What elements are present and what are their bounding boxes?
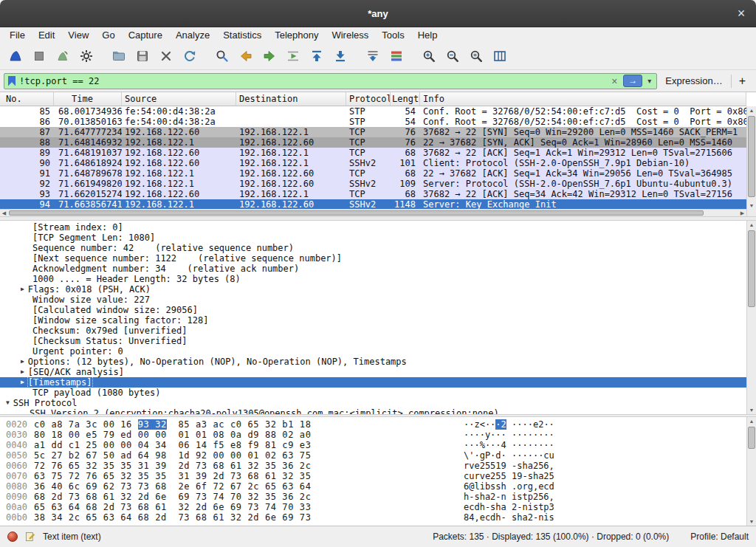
- hex-bytes[interactable]: 65 63 64 68 2d 73 68 61 32 2d 6e 69 73 7…: [34, 502, 312, 512]
- capture-options-button[interactable]: [75, 46, 97, 66]
- hex-row-0080[interactable]: 008036 40 6c 69 62 73 73 68 2e 6f 72 67 …: [0, 481, 746, 492]
- hex-bytes[interactable]: a1 dd c1 25 00 00 04 34 06 14 f5 e8 f9 8…: [34, 440, 312, 450]
- menu-analyze[interactable]: Analyze: [169, 27, 216, 43]
- scroll-up-icon[interactable]: [747, 221, 756, 229]
- scrollbar-thumb[interactable]: [748, 116, 755, 197]
- auto-scroll-button[interactable]: [362, 46, 383, 66]
- details-vscrollbar[interactable]: [746, 221, 756, 414]
- hex-row-0020[interactable]: 0020c0 a8 7a 3c 00 16 93 32 85 a3 ac c0 …: [0, 419, 746, 430]
- detail-row[interactable]: ▼SSH Protocol: [0, 398, 746, 408]
- bytes-vscrollbar[interactable]: [746, 417, 756, 526]
- capture-start-button[interactable]: [4, 46, 26, 66]
- hex-bytes[interactable]: 36 40 6c 69 62 73 73 68 2e 6f 72 67 2c 6…: [34, 481, 312, 492]
- menu-telephony[interactable]: Telephony: [268, 27, 325, 43]
- detail-row[interactable]: [Calculated window size: 29056]: [0, 305, 746, 315]
- menu-file[interactable]: File: [3, 27, 32, 43]
- detail-row[interactable]: [Window size scaling factor: 128]: [0, 315, 746, 326]
- detail-row[interactable]: Sequence number: 42 (relative sequence n…: [0, 243, 746, 253]
- go-to-packet-button[interactable]: [282, 46, 303, 66]
- column-header-info[interactable]: Info: [420, 92, 746, 106]
- hex-row-0070[interactable]: 007063 75 72 76 65 32 35 35 31 39 2d 73 …: [0, 471, 746, 481]
- scroll-up-icon[interactable]: [747, 106, 756, 114]
- find-packet-button[interactable]: [211, 46, 233, 66]
- hex-bytes[interactable]: 80 18 00 e5 79 ed 00 00 01 01 08 0a d9 8…: [34, 430, 312, 440]
- detail-row[interactable]: SSH Version 2 (encryption:chacha20-poly1…: [0, 408, 746, 414]
- scroll-down-icon[interactable]: [747, 517, 756, 526]
- capture-restart-button[interactable]: [52, 46, 73, 66]
- column-header-source[interactable]: Source: [122, 92, 236, 106]
- collapsed-arrow-icon[interactable]: ▶: [21, 284, 24, 295]
- reload-button[interactable]: [179, 46, 200, 66]
- packet-row-93[interactable]: 9371.662015274192.168.122.60192.168.122.…: [0, 189, 746, 199]
- hex-bytes[interactable]: c0 a8 7a 3c 00 16 93 32 85 a3 ac c0 65 3…: [34, 419, 312, 430]
- detail-row[interactable]: [TCP Segment Len: 1080]: [0, 233, 746, 243]
- go-back-button[interactable]: [235, 46, 256, 66]
- menu-edit[interactable]: Edit: [32, 27, 61, 43]
- scrollbar-thumb[interactable]: [748, 427, 755, 449]
- expression-button[interactable]: Expression…: [662, 75, 726, 86]
- filter-history-dropdown-icon[interactable]: ▾: [646, 77, 653, 85]
- packet-row-90[interactable]: 9071.648618924192.168.122.60192.168.122.…: [0, 158, 746, 168]
- titlebar[interactable]: *any ×: [0, 0, 756, 27]
- detail-row[interactable]: [Checksum Status: Unverified]: [0, 336, 746, 346]
- filter-apply-button[interactable]: →: [623, 75, 642, 87]
- hex-row-0030[interactable]: 003080 18 00 e5 79 ed 00 00 01 01 08 0a …: [0, 430, 746, 440]
- open-file-button[interactable]: [108, 46, 129, 66]
- detail-row[interactable]: [Next sequence number: 1122 (relative se…: [0, 253, 746, 264]
- hex-ascii[interactable]: ····y··· ········: [464, 430, 554, 440]
- collapsed-arrow-icon[interactable]: ▶: [21, 367, 24, 377]
- display-filter-field[interactable]: !tcp.port == 22 × → ▾: [4, 73, 657, 89]
- colorize-button[interactable]: [385, 46, 407, 66]
- packet-row-88[interactable]: 8871.648146932192.168.122.1192.168.122.6…: [0, 137, 746, 148]
- hex-row-0040[interactable]: 0040a1 dd c1 25 00 00 04 34 06 14 f5 e8 …: [0, 440, 746, 450]
- go-first-button[interactable]: [306, 46, 327, 66]
- zoom-out-button[interactable]: [441, 46, 463, 66]
- menu-wireless[interactable]: Wireless: [325, 27, 375, 43]
- packet-row-87[interactable]: 8771.647777234192.168.122.60192.168.122.…: [0, 127, 746, 137]
- hex-bytes[interactable]: 38 34 2c 65 63 64 68 2d 73 68 61 32 2d 6…: [34, 512, 312, 523]
- detail-row[interactable]: [Stream index: 0]: [0, 222, 746, 233]
- hex-bytes[interactable]: 5c 27 b2 67 50 ad 64 98 1d 92 00 00 01 0…: [34, 450, 312, 461]
- close-window-button[interactable]: ×: [732, 4, 750, 22]
- filter-input[interactable]: !tcp.port == 22: [19, 76, 605, 86]
- hex-ascii[interactable]: 6@libssh .org,ecd: [464, 481, 554, 492]
- detail-row[interactable]: 1000 .... = Header Length: 32 bytes (8): [0, 274, 746, 284]
- menu-view[interactable]: View: [61, 27, 95, 43]
- collapsed-arrow-icon[interactable]: ▶: [21, 357, 24, 367]
- expanded-arrow-icon[interactable]: ▼: [6, 398, 10, 408]
- hex-bytes[interactable]: 68 2d 73 68 61 32 2d 6e 69 73 74 70 32 3…: [34, 492, 312, 502]
- resize-columns-button[interactable]: [489, 46, 510, 66]
- hex-bytes[interactable]: 72 76 65 32 35 35 31 39 2d 73 68 61 32 3…: [34, 461, 312, 471]
- menu-statistics[interactable]: Statistics: [216, 27, 268, 43]
- hex-ascii[interactable]: ··z<···2 ····e2··: [464, 419, 554, 430]
- packet-list-vscrollbar[interactable]: [746, 106, 756, 210]
- hex-row-0090[interactable]: 009068 2d 73 68 61 32 2d 6e 69 73 74 70 …: [0, 492, 746, 502]
- hex-row-0050[interactable]: 00505c 27 b2 67 50 ad 64 98 1d 92 00 00 …: [0, 450, 746, 461]
- save-file-button[interactable]: [131, 46, 153, 66]
- menu-capture[interactable]: Capture: [122, 27, 169, 43]
- scroll-right-icon[interactable]: [738, 210, 746, 216]
- hex-ascii[interactable]: h-sha2-n istp256,: [464, 492, 554, 502]
- column-header-length[interactable]: Length: [391, 92, 420, 106]
- hex-row-00a0[interactable]: 00a065 63 64 68 2d 73 68 61 32 2d 6e 69 …: [0, 502, 746, 512]
- hex-ascii[interactable]: ecdh-sha 2-nistp3: [464, 502, 554, 512]
- filter-clear-icon[interactable]: ×: [609, 75, 619, 87]
- hex-bytes[interactable]: 63 75 72 76 65 32 35 35 31 39 2d 73 68 6…: [34, 471, 312, 481]
- close-file-button[interactable]: [155, 46, 176, 66]
- filter-bookmark-icon[interactable]: [8, 76, 16, 86]
- packet-row-89[interactable]: 8971.648191037192.168.122.60192.168.122.…: [0, 148, 746, 158]
- detail-row[interactable]: Acknowledgment number: 34 (relative ack …: [0, 264, 746, 274]
- packet-list-hscrollbar[interactable]: [0, 209, 746, 216]
- column-header-protocol[interactable]: Protocol: [346, 92, 391, 106]
- go-last-button[interactable]: [329, 46, 351, 66]
- hex-ascii[interactable]: 84,ecdh- sha2-nis: [464, 512, 554, 523]
- hex-ascii[interactable]: curve255 19-sha25: [464, 471, 554, 481]
- detail-row[interactable]: ▶Flags: 0x018 (PSH, ACK): [0, 284, 746, 295]
- detail-row[interactable]: ▶[SEQ/ACK analysis]: [0, 367, 746, 377]
- hex-ascii[interactable]: \'·gP·d· ······cu: [464, 450, 554, 461]
- detail-row[interactable]: Urgent pointer: 0: [0, 346, 746, 357]
- status-profile[interactable]: Profile: Default: [690, 531, 749, 542]
- filter-add-button[interactable]: +: [736, 75, 752, 88]
- expert-info-button[interactable]: [7, 531, 18, 542]
- scrollbar-thumb[interactable]: [9, 210, 704, 216]
